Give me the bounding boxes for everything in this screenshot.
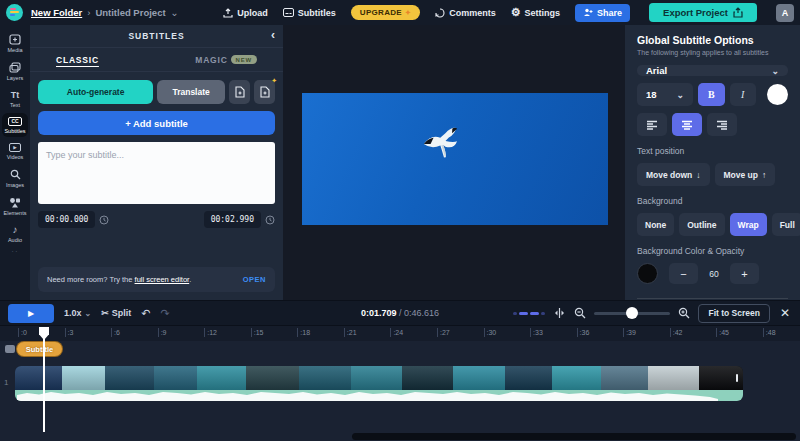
upload-subtitle-file-button[interactable] bbox=[229, 80, 250, 104]
sidebar-item-videos[interactable]: ▶ Videos bbox=[2, 139, 28, 163]
subtitles-button[interactable]: Subtitles bbox=[283, 8, 336, 18]
upload-button[interactable]: Upload bbox=[223, 8, 268, 18]
upgrade-button[interactable]: UPGRADE ✦ bbox=[351, 5, 420, 20]
subtitles-label: Subtitles bbox=[298, 8, 336, 18]
clip-trim-handle[interactable] bbox=[736, 374, 738, 382]
fit-to-screen-button[interactable]: Fit to Screen bbox=[698, 304, 769, 323]
close-timeline-icon[interactable]: ✕ bbox=[778, 306, 792, 320]
undo-button[interactable]: ↶ bbox=[141, 307, 150, 320]
sidebar-overflow-dots: ·· bbox=[0, 247, 30, 256]
speed-value: 1.0x bbox=[64, 308, 82, 318]
font-size-select[interactable]: 18 ⌄ bbox=[637, 83, 693, 106]
background-none-button[interactable]: None bbox=[637, 213, 674, 236]
bold-button[interactable]: B bbox=[698, 83, 725, 106]
import-subtitle-file-button[interactable]: ✦ bbox=[254, 80, 275, 104]
font-family-select[interactable]: Arial ⌄ bbox=[637, 65, 788, 76]
align-right-button[interactable] bbox=[707, 113, 737, 136]
move-down-button[interactable]: Move down ↓ bbox=[637, 163, 710, 186]
italic-button[interactable]: I bbox=[730, 83, 757, 106]
timeline-view-toggle-icon[interactable] bbox=[513, 312, 545, 315]
playhead-line bbox=[43, 328, 45, 432]
opacity-increase-button[interactable]: + bbox=[730, 263, 759, 284]
fullscreen-editor-banner: Need more room? Try the full screen edit… bbox=[38, 267, 275, 292]
video-clip[interactable] bbox=[15, 366, 743, 401]
clock-icon[interactable] bbox=[265, 215, 275, 225]
tab-classic[interactable]: CLASSIC bbox=[56, 55, 99, 65]
background-outline-button[interactable]: Outline bbox=[679, 213, 724, 236]
align-left-button[interactable] bbox=[637, 113, 667, 136]
align-right-icon bbox=[716, 120, 728, 130]
sidebar-item-images[interactable]: Images bbox=[2, 165, 28, 191]
playback-speed-select[interactable]: 1.0x ⌄ bbox=[64, 308, 91, 318]
move-up-button[interactable]: Move up ↑ bbox=[715, 163, 776, 186]
redo-button[interactable]: ↷ bbox=[161, 307, 170, 320]
auto-generate-button[interactable]: Auto-generate bbox=[38, 80, 153, 104]
split-button[interactable]: ✂ Split bbox=[101, 308, 131, 318]
alignment-row bbox=[637, 113, 788, 136]
video-preview[interactable] bbox=[302, 93, 608, 225]
sidebar-item-media[interactable]: Media bbox=[2, 30, 28, 56]
start-time-field[interactable]: 00:00.000 bbox=[38, 211, 95, 228]
add-subtitle-button[interactable]: + Add subtitle bbox=[38, 111, 275, 135]
subtitle-clip[interactable]: Subtitle bbox=[16, 341, 63, 357]
chevron-down-icon: ⌄ bbox=[85, 309, 92, 318]
translate-button[interactable]: Translate bbox=[157, 80, 225, 104]
upload-icon bbox=[223, 8, 233, 18]
new-badge: NEW bbox=[231, 55, 257, 64]
end-time-group: 00:02.990 bbox=[204, 211, 275, 228]
share-label: Share bbox=[597, 8, 622, 18]
align-center-button[interactable] bbox=[672, 113, 702, 136]
breadcrumb-separator: › bbox=[87, 7, 90, 18]
sidebar-item-audio[interactable]: ♪ Audio bbox=[2, 221, 28, 246]
shapes-icon bbox=[9, 197, 21, 208]
share-button[interactable]: Share bbox=[575, 4, 630, 22]
font-size-value: 18 bbox=[646, 89, 657, 100]
collapse-panel-icon[interactable]: ‹ bbox=[271, 28, 275, 42]
zoom-in-icon[interactable] bbox=[678, 307, 690, 319]
subtitle-timing-row: 00:00.000 00:02.990 bbox=[38, 211, 275, 228]
export-project-button[interactable]: Export Project bbox=[649, 3, 757, 22]
sidebar-item-subtitles[interactable]: CC Subtitles bbox=[2, 113, 28, 137]
subtitle-text-input[interactable] bbox=[38, 142, 275, 204]
panel-title: SUBTITLES bbox=[128, 31, 184, 41]
subtitles-panel: SUBTITLES ‹ CLASSIC MAGIC NEW Auto-gener… bbox=[30, 25, 283, 300]
sidebar-label: Images bbox=[6, 182, 24, 188]
app-logo-icon[interactable] bbox=[6, 4, 23, 21]
sidebar-item-elements[interactable]: Elements bbox=[2, 193, 28, 219]
chevron-down-icon[interactable]: ⌄ bbox=[171, 7, 179, 18]
background-full-button[interactable]: Full bbox=[772, 213, 800, 236]
sidebar-item-layers[interactable]: Layers bbox=[2, 58, 28, 84]
timeline-ruler[interactable]: :0:3:6:9:12:15:18:21:24:27:30:33:36:39:4… bbox=[0, 326, 800, 341]
timeline: :0:3:6:9:12:15:18:21:24:27:30:33:36:39:4… bbox=[0, 326, 800, 441]
end-time-field[interactable]: 00:02.990 bbox=[204, 211, 261, 228]
avatar[interactable]: A bbox=[776, 4, 794, 22]
play-button[interactable]: ▶ bbox=[8, 304, 54, 323]
background-color-picker[interactable] bbox=[637, 263, 658, 284]
settings-label: Settings bbox=[525, 8, 561, 18]
settings-button[interactable]: ⚙ Settings bbox=[511, 7, 560, 18]
open-link[interactable]: OPEN bbox=[243, 275, 266, 284]
opacity-decrease-button[interactable]: − bbox=[669, 263, 698, 284]
sidebar-item-text[interactable]: Tt Text bbox=[2, 86, 28, 111]
comments-button[interactable]: Comments bbox=[435, 8, 496, 18]
timeline-zoom-slider[interactable] bbox=[594, 312, 670, 315]
expand-tracks-icon[interactable] bbox=[553, 307, 566, 319]
clock-icon[interactable] bbox=[99, 215, 109, 225]
zoom-slider-knob[interactable] bbox=[626, 307, 638, 319]
clip-thumbnail bbox=[453, 366, 504, 390]
top-bar: New Folder › Untitled Project ⌄ Upload S… bbox=[0, 0, 800, 25]
ruler-tick: :3 bbox=[65, 328, 74, 337]
preview-canvas bbox=[283, 25, 625, 300]
background-wrap-button[interactable]: Wrap bbox=[730, 213, 767, 236]
clip-thumbnail bbox=[105, 366, 154, 390]
horizontal-scrollbar[interactable] bbox=[352, 433, 796, 440]
text-color-picker[interactable] bbox=[767, 84, 788, 105]
zoom-out-icon[interactable] bbox=[574, 307, 586, 319]
clip-thumbnail bbox=[648, 366, 699, 390]
fullscreen-editor-link[interactable]: full screen editor bbox=[135, 275, 190, 284]
tab-magic[interactable]: MAGIC NEW bbox=[195, 55, 257, 65]
ruler-tick: :9 bbox=[158, 328, 167, 337]
subtitle-track-icon[interactable] bbox=[5, 345, 15, 353]
breadcrumb-folder-link[interactable]: New Folder bbox=[31, 7, 82, 18]
ruler-tick: :27 bbox=[437, 328, 450, 337]
